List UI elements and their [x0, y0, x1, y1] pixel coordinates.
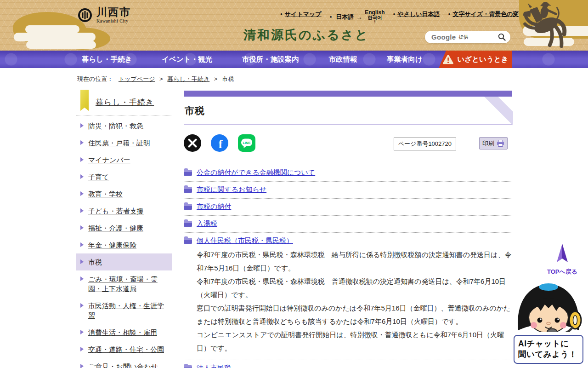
sidebar-item-link[interactable]: 子ども・若者支援 — [88, 207, 144, 215]
samurai-statue-image — [516, 0, 569, 51]
content-link-row: 市税に関するお知らせ — [184, 182, 512, 199]
ai-chat-text-line1: AIチャットに — [518, 339, 579, 349]
breadcrumb-link-home[interactable]: トップページ — [119, 75, 155, 82]
sidebar-item-link[interactable]: 教育・学校 — [88, 190, 123, 198]
sidebar-item-link[interactable]: 福祉・介護・健康 — [88, 224, 143, 232]
content-link[interactable]: 入湯税 — [197, 219, 217, 228]
sidebar-item[interactable]: ごみ・環境・斎場・霊園・上下水道局 — [76, 270, 172, 297]
language-switcher[interactable]: 日本語 → English 한국어 — [330, 10, 385, 23]
sidebar-item[interactable]: 教育・学校 — [76, 185, 172, 202]
sidebar-item[interactable]: 防災・防犯・救急 — [76, 117, 172, 134]
white-cloud-decoration — [26, 41, 96, 49]
line-share-icon[interactable]: LINE — [238, 134, 255, 152]
triangle-bullet-icon — [80, 123, 84, 128]
folder-icon — [184, 238, 192, 244]
breadcrumb-separator: > — [159, 75, 163, 82]
lang-korean[interactable]: 한국어 — [365, 15, 384, 20]
breadcrumb: 現在の位置： トップページ > 暮らし・手続き > 市税 — [77, 75, 234, 83]
sidebar-item-link[interactable]: 防災・防犯・救急 — [88, 122, 143, 130]
page-title: 市税 — [185, 104, 512, 117]
global-nav-item[interactable]: 事業者向け — [387, 55, 423, 64]
ai-chat-text-line2: 聞いてみよう！ — [518, 349, 579, 360]
sidebar-title-link[interactable]: 暮らし・手続き — [96, 98, 154, 107]
triangle-bullet-icon — [80, 303, 84, 308]
back-to-top-button[interactable]: TOPへ戻る — [545, 243, 580, 276]
print-button[interactable]: 印刷 — [479, 137, 508, 150]
sidebar-item[interactable]: 年金・健康保険 — [76, 236, 172, 253]
triangle-bullet-icon — [80, 259, 84, 264]
search-box[interactable]: Google 提供 — [425, 31, 510, 43]
sidebar-item-link[interactable]: 年金・健康保険 — [88, 241, 136, 249]
sidebar-item[interactable]: 子ども・若者支援 — [76, 202, 172, 219]
search-provided-label: 提供 — [458, 34, 498, 40]
global-nav-item[interactable]: 市政情報 — [328, 55, 357, 64]
divider — [76, 115, 172, 115]
sidebar-item-link[interactable]: ごみ・環境・斎場・霊園・上下水道局 — [88, 275, 158, 293]
facebook-share-icon[interactable]: f — [211, 134, 228, 152]
site-header: 川西市 Kawanishi City サイトマップ 日本語 → English … — [0, 0, 588, 51]
global-nav-item[interactable]: 暮らし・手続き — [82, 55, 132, 64]
page-number-badge: ページ番号1002720 — [394, 138, 456, 150]
sidebar-item-link[interactable]: 住民票・戸籍・証明 — [88, 139, 150, 147]
global-nav-item[interactable]: 市役所・施設案内 — [242, 55, 299, 64]
triangle-bullet-icon — [80, 364, 84, 368]
white-cloud-decoration — [14, 33, 96, 41]
folder-icon — [184, 170, 192, 176]
content-link[interactable]: 個人住民税（市民税・県民税） — [197, 236, 293, 245]
breadcrumb-link-kurashi[interactable]: 暮らし・手続き — [167, 75, 209, 82]
utility-link-sitemap[interactable]: サイトマップ — [280, 10, 322, 18]
back-to-top-arrow-icon — [553, 243, 571, 264]
utility-link-text-size[interactable]: 文字サイズ・背景色の変更 — [448, 10, 525, 18]
sidebar-item-link[interactable]: 交通・道路・住宅・公園 — [88, 345, 164, 353]
ai-chat-mascot — [514, 281, 583, 332]
language-options[interactable]: English 한국어 — [365, 10, 384, 23]
x-share-icon[interactable] — [184, 134, 201, 152]
corner-ribbon-decoration — [479, 97, 513, 126]
sidebar-item[interactable]: 住民票・戸籍・証明 — [76, 134, 172, 151]
sidebar-item[interactable]: 市民活動・人権・生涯学習 — [76, 297, 172, 324]
search-icon[interactable] — [498, 33, 506, 41]
sidebar-item[interactable]: 市税 — [76, 253, 172, 270]
sidebar-item-link[interactable]: 市税 — [88, 258, 102, 266]
sidebar-item[interactable]: マイナンバー — [76, 151, 172, 168]
sidebar-item[interactable]: 福祉・介護・健康 — [76, 219, 172, 236]
arrow-right-icon: → — [356, 13, 362, 21]
sidebar-item[interactable]: ご意見・お問い合わせ — [76, 358, 172, 368]
sidebar-item[interactable]: 消費生活・相談・雇用 — [76, 324, 172, 341]
lang-current: 日本語 — [336, 13, 354, 21]
city-logo[interactable]: 川西市 Kawanishi City — [77, 7, 131, 23]
content-link-row: 公金の納付ができる金融機関について — [184, 165, 512, 182]
content-link[interactable]: 公金の納付ができる金融機関について — [197, 168, 315, 177]
content-link-row: 市税の納付 — [184, 199, 512, 216]
content-link-row: 入湯税 — [184, 216, 512, 233]
content-link[interactable]: 市税に関するお知らせ — [197, 185, 266, 194]
social-share-row: f LINE — [184, 134, 512, 152]
link-description: 令和7年度の市民税・県民税・森林環境税 給与所得に係る特別徴収税額の決定通知書の… — [197, 248, 512, 355]
breadcrumb-separator: > — [214, 75, 218, 82]
divider — [184, 124, 512, 125]
svg-text:LINE: LINE — [243, 141, 250, 145]
svg-text:f: f — [219, 138, 223, 151]
sidebar-item-link[interactable]: 子育て — [88, 173, 109, 181]
sidebar-item[interactable]: 子育て — [76, 168, 172, 185]
content-link[interactable]: 法人市民税 — [197, 364, 231, 368]
emergency-button[interactable]: いざというとき — [439, 51, 512, 68]
utility-link-easy-japanese[interactable]: やさしい日本語 — [393, 10, 440, 18]
sidebar-item-link[interactable]: マイナンバー — [88, 156, 130, 164]
sidebar-item-link[interactable]: 市民活動・人権・生涯学習 — [88, 302, 164, 319]
main-content: 市税 f LINE ページ番号1002720 印刷 — [184, 91, 512, 368]
city-emblem-icon — [77, 7, 93, 23]
sidebar-item-link[interactable]: 消費生活・相談・雇用 — [88, 328, 157, 336]
sidebar-item[interactable]: 交通・道路・住宅・公園 — [76, 341, 172, 358]
sidebar-item-link[interactable]: ご意見・お問い合わせ — [88, 362, 158, 368]
global-nav-item[interactable]: イベント・観光 — [162, 55, 212, 64]
triangle-bullet-icon — [80, 242, 84, 247]
global-nav: 暮らし・手続きイベント・観光市役所・施設案内市政情報事業者向け いざというとき — [0, 51, 588, 68]
content-link[interactable]: 市税の納付 — [197, 202, 231, 211]
google-logo: Google — [431, 33, 456, 41]
ai-chat-widget[interactable]: AIチャットに 聞いてみよう！ — [514, 281, 583, 364]
ai-chat-bubble[interactable]: AIチャットに 聞いてみよう！ — [514, 335, 583, 364]
triangle-bullet-icon — [80, 225, 84, 230]
sidebar-list: 防災・防犯・救急 住民票・戸籍・証明 マイナンバー 子育て 教育・学校 子ども・… — [76, 117, 172, 368]
toolbar: f LINE ページ番号1002720 印刷 — [184, 134, 512, 155]
